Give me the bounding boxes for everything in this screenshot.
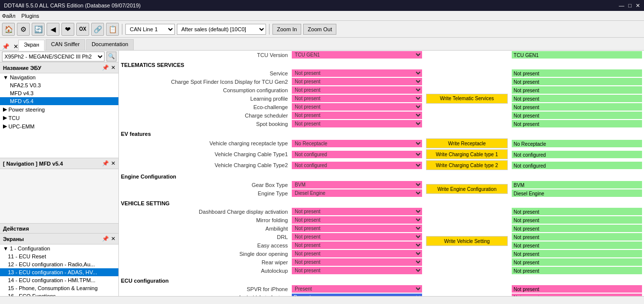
drl-row: DRL Not present Not present [119, 233, 644, 241]
tcu-version-value[interactable]: TCU GEN1 [290, 51, 424, 59]
write-cable1-action[interactable]: Write Charging Cable type 1 [424, 149, 510, 160]
tree-close-icon[interactable]: ✕ [111, 64, 115, 71]
screen-arrow-config: ▼ [3, 245, 8, 251]
pin-icon[interactable]: 📌 [2, 43, 9, 50]
tab-can-sniffer[interactable]: CAN Sniffer [46, 39, 85, 50]
menu-file[interactable]: Файл [2, 13, 15, 19]
app-title: DDT4All 5.5.0 ALL CARS Edition (Database… [4, 2, 141, 8]
screen-item-12[interactable]: 12 - ECU configuration - Radio,Au... [0, 260, 118, 268]
ecu-dropdown[interactable]: X95Ph2 - MEGANE/SCENIC III Ph2 [2, 52, 105, 61]
write-telematics-button[interactable]: Write Telematic Services [426, 94, 508, 104]
ambilight-row: Ambilight Not present Not present [119, 224, 644, 233]
after-sales-select[interactable]: After sales (default) [10C0] [177, 24, 266, 35]
zoom-out-button[interactable]: Zoom Out [303, 24, 336, 35]
rear-wiper-row: Rear wiper Not present Not present [119, 258, 644, 266]
tcu-version-row: TCU Version TCU GEN1 TCU GEN1 [119, 51, 644, 59]
tree-panel-controls: 📌 ✕ [102, 64, 115, 71]
service-value[interactable]: Not present [290, 69, 424, 77]
minimize-btn[interactable]: — [619, 2, 624, 9]
menu-plugins[interactable]: Plugins [21, 13, 39, 19]
close-btn[interactable]: ✕ [636, 2, 640, 9]
maximize-btn[interactable]: □ [628, 2, 632, 9]
toolbar-btn-1[interactable]: 🏠 [2, 23, 15, 36]
tree-item-power-steering[interactable]: ▶ Power steering [0, 105, 118, 114]
vehicle-section-header: VEHICLE SETTING [119, 197, 644, 207]
screens-pin-icon[interactable]: 📌 [102, 236, 109, 242]
tab-documentation[interactable]: Documentation [86, 39, 134, 50]
sub-pin-icon[interactable]: 📌 [102, 160, 109, 167]
telematics-write-action[interactable]: Write Telematic Services [424, 69, 510, 128]
write-cable2-button[interactable]: Write Charging Cable type 2 [426, 160, 508, 170]
tree-item-navigation[interactable]: ▼ Navigation [0, 73, 118, 81]
tree-label-upc: UPC-EMM [8, 123, 35, 129]
tree-label-nfa: NFA2.5 V0.3 [10, 82, 41, 88]
write-vehicle-action[interactable]: Write Vehicle Setting [424, 207, 510, 275]
screens-panel-header: Экраны 📌 ✕ [0, 234, 118, 244]
tree-label-power: Power steering [8, 107, 45, 113]
write-vehicle-button[interactable]: Write Vehicle Setting [426, 236, 508, 246]
sub-close-icon[interactable]: ✕ [111, 160, 115, 167]
mirror-row: Mirror folding Not present Not present [119, 216, 644, 224]
tcu-version-result: TCU GEN1 [510, 51, 644, 59]
write-engine-button[interactable]: Write Engine Configuration [426, 184, 508, 194]
screen-item-config[interactable]: ▼ 1 - Configuration [0, 244, 118, 252]
zoom-in-button[interactable]: Zoom In [272, 24, 301, 35]
screens-close-icon[interactable]: ✕ [111, 236, 115, 242]
gearbox-row: Gear Box Type BVM Write Engine Configura… [119, 181, 644, 189]
eco-challenge-row: Eco-challenge Not present Not present [119, 103, 644, 111]
toolbar-btn-ox[interactable]: OX [76, 23, 89, 36]
actions-title: Действия [3, 226, 29, 232]
screen-item-13[interactable]: 13 - ECU configuration - ADAS, HV... [0, 268, 118, 276]
tree-item-tcu[interactable]: ▶ TCU [0, 114, 118, 122]
toolbar-btn-2[interactable]: ⚙ [17, 23, 30, 36]
tree-arrow-tcu: ▶ [3, 115, 7, 121]
write-cable2-action[interactable]: Write Charging Cable type 2 [424, 160, 510, 171]
ev-header-row: EV features [119, 128, 644, 138]
toolbar-btn-back[interactable]: ◀ [47, 23, 59, 36]
tree-pin-icon[interactable]: 📌 [102, 64, 109, 71]
screen-item-11[interactable]: 11 - ECU Reset [0, 252, 118, 260]
toolbar-btn-heart[interactable]: ❤ [61, 23, 74, 36]
tree-item-mfd43[interactable]: MFD v4.3 [0, 89, 118, 97]
ecu-selector: X95Ph2 - MEGANE/SCENIC III Ph2 🔍 [0, 51, 118, 62]
service-result: Not present [510, 69, 644, 77]
title-bar: DDT4All 5.5.0 ALL CARS Edition (Database… [0, 0, 644, 11]
menu-bar: Файл Plugins [0, 11, 644, 21]
telematics-section-header: TELEMATICS SERVICES [119, 59, 644, 69]
autolockup-row: Autolockup Not present Not present [119, 266, 644, 275]
write-receptacle-action[interactable]: Write Receptacle [424, 138, 510, 149]
tree-arrow-navigation: ▼ [3, 74, 8, 80]
tree-panel-header: Название ЭБУ 📌 ✕ [0, 62, 118, 73]
screen-label-13: 13 - ECU configuration - ADAS, HV... [8, 269, 97, 275]
service-label: Service [119, 69, 290, 77]
can-line-select[interactable]: CAN Line 1 [125, 24, 175, 35]
tree-item-nfa[interactable]: NFA2.5 V0.3 [0, 81, 118, 89]
screen-label-15: 15 - Phone, Consumption & Learning [8, 285, 98, 291]
window-controls[interactable]: — □ ✕ [619, 2, 640, 9]
write-receptacle-button[interactable]: Write Receptacle [426, 138, 508, 148]
charge-spot-value[interactable]: Not present [290, 77, 424, 86]
toolbar-btn-connect[interactable]: 🔗 [91, 23, 104, 36]
tree-panel: ▼ Navigation NFA2.5 V0.3 MFD v4.3 MFD v5… [0, 73, 118, 158]
screen-item-15[interactable]: 15 - Phone, Consumption & Learning [0, 284, 118, 292]
engine-section-header: Engine Configuration [119, 171, 644, 181]
left-panel: X95Ph2 - MEGANE/SCENIC III Ph2 🔍 Названи… [0, 51, 119, 304]
spvr-iphone-row: SPVR for iPhone Present Write ECU config… [119, 285, 644, 293]
tree-item-mfd54[interactable]: MFD v5.4 [0, 97, 118, 105]
tab-close-icon[interactable]: ✕ [13, 43, 18, 50]
write-cable1-button[interactable]: Write Charging Cable type 1 [426, 149, 508, 159]
cable-type2-row: Vehicle Charging Cable Type2 Not configu… [119, 160, 644, 171]
status-bar [0, 296, 644, 304]
toolbar-btn-settings[interactable]: 📋 [106, 23, 119, 36]
tab-ecran[interactable]: Экран [18, 40, 45, 51]
write-engine-action[interactable]: Write Engine Configuration [424, 181, 510, 197]
tree-label-tcu: TCU [8, 115, 20, 121]
screen-item-14[interactable]: 14 - ECU configuration - HMI.TPM... [0, 276, 118, 284]
tree-item-upc[interactable]: ▶ UPC-EMM [0, 122, 118, 130]
config-table: TCU Version TCU GEN1 TCU GEN1 TELEMATICS… [119, 51, 644, 304]
toolbar-btn-refresh[interactable]: 🔄 [32, 23, 45, 36]
tree-arrow-power: ▶ [3, 106, 7, 113]
learning-row: Learning profile Not present Not present [119, 94, 644, 103]
ecu-search-button[interactable]: 🔍 [107, 52, 116, 61]
easy-access-row: Easy access Not present Not present [119, 241, 644, 249]
